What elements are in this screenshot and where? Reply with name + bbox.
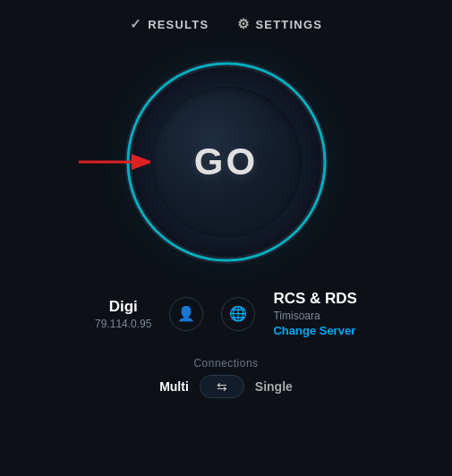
results-nav-item[interactable]: ✓ RESULTS	[130, 16, 209, 32]
connections-section: Connections Multi ⇆ Single	[159, 357, 293, 398]
settings-icon: ⚙	[237, 16, 250, 32]
globe-icon: 🌐	[229, 305, 247, 322]
server-name: RCS & RDS	[273, 290, 357, 308]
server-info: RCS & RDS Timisoara Change Server	[273, 290, 357, 337]
globe-icon-circle: 🌐	[221, 297, 255, 331]
settings-nav-item[interactable]: ⚙ SETTINGS	[237, 16, 322, 32]
results-label: RESULTS	[148, 18, 209, 31]
server-location: Timisoara	[273, 310, 320, 322]
ip-address: 79.114.0.95	[95, 318, 151, 330]
go-button[interactable]: GO	[150, 86, 303, 238]
go-label: GO	[194, 140, 258, 183]
top-navigation: ✓ RESULTS ⚙ SETTINGS	[130, 0, 322, 41]
settings-label: SETTINGS	[255, 18, 322, 31]
connections-label: Connections	[193, 357, 258, 370]
main-area: GO Digi 79.114.0.95 👤 🌐 RCS & RDS Timiso…	[0, 41, 452, 476]
info-section: Digi 79.114.0.95 👤 🌐 RCS & RDS Timisoara…	[0, 290, 452, 337]
toggle-arrows-icon: ⇆	[217, 379, 227, 394]
user-icon: 👤	[177, 305, 195, 322]
user-icon-circle: 👤	[169, 297, 203, 331]
speed-test-circle[interactable]: GO	[124, 59, 329, 265]
change-server-link[interactable]: Change Server	[273, 324, 355, 337]
isp-name: Digi	[109, 298, 138, 316]
toggle-switch-button[interactable]: ⇆	[200, 375, 244, 398]
connections-toggle[interactable]: Multi ⇆ Single	[159, 375, 293, 398]
multi-option[interactable]: Multi	[159, 379, 189, 394]
isp-info: Digi 79.114.0.95	[95, 298, 151, 330]
single-option[interactable]: Single	[255, 379, 293, 394]
results-icon: ✓	[130, 16, 142, 32]
